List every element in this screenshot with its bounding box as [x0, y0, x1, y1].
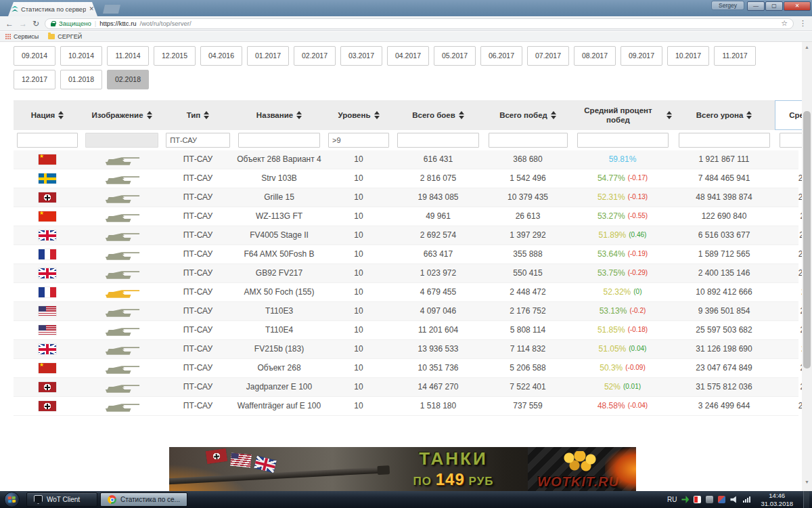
column-header-9[interactable]: Всего урона: [673, 100, 775, 130]
column-header-6[interactable]: Всего боев: [392, 100, 484, 130]
vertical-scrollbar[interactable]: ▲ ▼: [802, 42, 812, 491]
forward-icon[interactable]: →: [19, 20, 27, 28]
cell-battles: 13 936 533: [392, 343, 484, 356]
month-button-11.2014[interactable]: 11.2014: [107, 46, 149, 66]
filter-input-8[interactable]: [577, 133, 669, 148]
filter-input-9[interactable]: [679, 133, 770, 148]
column-header-8[interactable]: Средний процент побед: [572, 100, 673, 130]
month-button-10.2017[interactable]: 10.2017: [667, 46, 709, 66]
bookmark-services-label: Сервисы: [14, 33, 39, 40]
cell-type: ПТ-САУ: [162, 324, 233, 337]
padlock-icon: [51, 21, 55, 26]
filter-input-1[interactable]: [17, 133, 78, 148]
month-button-01.2017[interactable]: 01.2017: [247, 46, 289, 66]
language-indicator[interactable]: RU: [667, 496, 677, 503]
url-path: /wot/ru/top/server/: [140, 20, 191, 27]
filter-input-5[interactable]: [328, 133, 389, 148]
bookmark-star-icon[interactable]: ☆: [781, 19, 788, 28]
taskbar-wot-client[interactable]: WoT Client: [26, 492, 97, 507]
month-button-02.2018[interactable]: 02.2018: [107, 70, 149, 89]
month-button-03.2017[interactable]: 03.2017: [340, 46, 382, 66]
month-button-01.2018[interactable]: 01.2018: [60, 70, 102, 89]
cell-win-percent: 53.27%(-0.55): [572, 210, 673, 223]
column-label: Всего побед: [499, 110, 547, 120]
cell-wins: 10 379 435: [484, 191, 572, 204]
filter-input-4[interactable]: [238, 133, 321, 148]
address-bar[interactable]: Защищено | https://kttc.ru /wot/ru/top/s…: [45, 18, 794, 29]
month-button-12.2015[interactable]: 12.2015: [154, 46, 196, 66]
taskbar-chrome[interactable]: Статистика по се...: [100, 492, 187, 507]
table-row[interactable]: ★ПТ-САУОбъект 268 Вариант 410616 431368 …: [14, 150, 798, 169]
month-button-09.2014[interactable]: 09.2014: [14, 46, 55, 66]
volume-icon[interactable]: [730, 496, 738, 503]
table-row[interactable]: ★ПТ-САУОбъект 2681010 351 7365 206 58850…: [14, 359, 798, 378]
month-button-06.2017[interactable]: 06.2017: [480, 46, 522, 66]
taskbar-clock[interactable]: 14:46 31.03.2018: [755, 492, 798, 507]
month-button-11.2017[interactable]: 11.2017: [714, 46, 756, 66]
reload-icon[interactable]: ↻: [32, 20, 39, 28]
scrollbar-thumb[interactable]: [803, 111, 811, 368]
month-button-08.2017[interactable]: 08.2017: [574, 46, 616, 66]
tab-close-icon[interactable]: ✕: [89, 6, 94, 12]
table-row[interactable]: ★ПТ-САУWZ-113G FT1049 96126 61353.27%(-0…: [14, 207, 798, 226]
table-row[interactable]: ПТ-САУT110E3104 097 0462 176 75253.13%(-…: [14, 302, 798, 321]
nation-flag-usa-icon: [39, 325, 56, 335]
column-header-5[interactable]: Уровень: [325, 100, 392, 130]
table-row[interactable]: ПТ-САУGrille 151019 843 08510 379 43552.…: [14, 188, 798, 207]
scroll-down-icon[interactable]: ▼: [802, 477, 812, 487]
cell-type: ПТ-САУ: [162, 343, 233, 356]
column-header-4[interactable]: Название: [233, 100, 325, 130]
tank-silhouette-icon: [102, 228, 141, 243]
ad-banner[interactable]: ТАНКИ ПО 149 РУБ WOTKIT.RU: [169, 447, 636, 491]
column-label: Название: [256, 110, 293, 120]
column-header-2[interactable]: Изображение: [81, 100, 162, 130]
table-row[interactable]: ПТ-САУStrv 103B102 816 0751 542 49654.77…: [14, 169, 798, 188]
tray-icon-update[interactable]: [681, 496, 689, 503]
window-minimize-button[interactable]: —: [747, 1, 765, 11]
table-row[interactable]: ПТ-САУJagdpanzer E 1001014 467 2707 522 …: [14, 378, 798, 397]
new-tab-button[interactable]: [103, 5, 120, 14]
month-button-12.2017[interactable]: 12.2017: [14, 70, 55, 89]
start-button[interactable]: [4, 492, 20, 507]
filter-input-7[interactable]: [489, 133, 568, 148]
month-button-02.2017[interactable]: 02.2017: [294, 46, 336, 66]
network-icon[interactable]: [743, 496, 750, 503]
table-row[interactable]: ПТ-САУGB92 FV217101 023 972550 41553.75%…: [14, 264, 798, 283]
cell-wins: 1 397 292: [484, 229, 572, 242]
table-row[interactable]: ПТ-САУAMX 50 Foch (155)104 679 4552 448 …: [14, 283, 798, 302]
column-header-7[interactable]: Всего побед: [484, 100, 572, 130]
profile-button[interactable]: Sergey: [711, 1, 744, 10]
month-button-09.2017[interactable]: 09.2017: [621, 46, 662, 66]
tray-icon-flag[interactable]: [694, 496, 701, 503]
filter-input-3[interactable]: [166, 133, 230, 148]
nation-flag-ussr-icon: ★: [39, 154, 56, 165]
show-desktop-button[interactable]: [803, 491, 809, 508]
browser-toolbar: ← → ↻ Защищено | https://kttc.ru /wot/ru…: [0, 16, 812, 31]
bookmark-services[interactable]: Сервисы: [5, 33, 39, 40]
month-button-10.2014[interactable]: 10.2014: [60, 46, 102, 66]
month-button-07.2017[interactable]: 07.2017: [527, 46, 569, 66]
tray-icon-utility[interactable]: [706, 496, 713, 503]
table-row[interactable]: ПТ-САУFV215b (183)1013 936 5337 114 8325…: [14, 340, 798, 359]
month-button-04.2017[interactable]: 04.2017: [387, 46, 429, 66]
scroll-up-icon[interactable]: ▲: [802, 42, 812, 52]
tank-silhouette-icon: [102, 323, 141, 338]
table-row[interactable]: ПТ-САУWaffenträger auf E 100101 518 1807…: [14, 397, 798, 416]
month-button-04.2016[interactable]: 04.2016: [200, 46, 242, 66]
table-row[interactable]: ПТ-САУT110E41011 201 6045 808 11451.85%(…: [14, 321, 798, 340]
browser-menu-icon[interactable]: ⋮: [799, 19, 807, 28]
back-icon[interactable]: ←: [5, 20, 14, 28]
month-button-05.2017[interactable]: 05.2017: [434, 46, 476, 66]
column-header-3[interactable]: Тип: [162, 100, 233, 130]
filter-input-6[interactable]: [397, 133, 480, 148]
bookmark-folder[interactable]: СЕРГЕЙ: [48, 33, 82, 40]
table-row[interactable]: ПТ-САУF64 AMX 50Fosh B10663 417355 88853…: [14, 245, 798, 264]
tray-icon-app[interactable]: [718, 496, 725, 503]
table-row[interactable]: ПТ-САУFV4005 Stage II102 692 5741 397 29…: [14, 226, 798, 245]
column-header-1[interactable]: Нация: [14, 100, 81, 130]
window-maximize-button[interactable]: ▢: [765, 1, 783, 11]
browser-tab[interactable]: Статистика по серверу ✕: [8, 2, 97, 16]
cell-win-percent: 53.75%(-0.29): [572, 267, 673, 280]
window-close-button[interactable]: ✕: [784, 1, 811, 11]
column-label: Тип: [187, 110, 201, 120]
